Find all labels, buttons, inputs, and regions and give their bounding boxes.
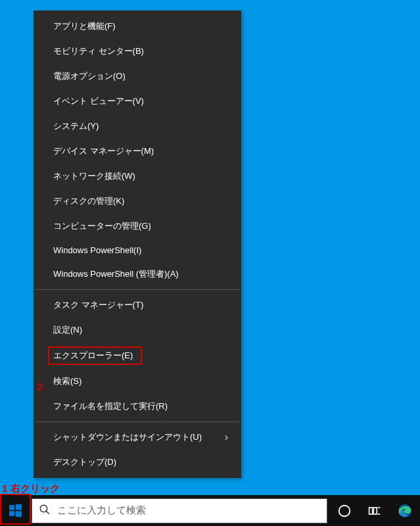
menu-item[interactable]: 電源オプション(O) xyxy=(34,64,241,89)
menu-item-label: デスクトップ(D) xyxy=(53,456,116,468)
menu-item-label: ネットワーク接続(W) xyxy=(53,170,135,182)
edge-button[interactable] xyxy=(390,495,420,526)
annotation-step-2: 2 xyxy=(37,381,43,392)
taskbar: ここに入力して検索 xyxy=(0,495,420,526)
svg-point-4 xyxy=(40,505,47,512)
menu-item[interactable]: ネットワーク接続(W) xyxy=(34,164,241,189)
menu-item[interactable]: シャットダウンまたはサインアウト(U)› xyxy=(34,425,241,450)
svg-rect-8 xyxy=(373,508,377,514)
chevron-right-icon: › xyxy=(225,431,228,443)
menu-separator xyxy=(34,289,241,290)
menu-item-label: 電源オプション(O) xyxy=(53,70,126,82)
menu-item-label: 設定(N) xyxy=(53,324,82,336)
circle-icon xyxy=(337,504,352,518)
menu-item[interactable]: デバイス マネージャー(M) xyxy=(34,139,241,164)
annotation-step-1: 1 右クリック xyxy=(2,483,60,495)
task-view-button[interactable] xyxy=(360,495,390,526)
menu-item-label: 検索(S) xyxy=(53,375,82,387)
task-view-icon xyxy=(368,504,381,517)
menu-item[interactable]: 設定(N) xyxy=(34,318,241,343)
menu-item[interactable]: デスクトップ(D) xyxy=(34,450,241,475)
menu-item-label: ファイル名を指定して実行(R) xyxy=(53,400,168,412)
menu-item-label: システム(Y) xyxy=(53,120,99,132)
menu-item[interactable]: 検索(S) xyxy=(34,369,241,394)
svg-rect-7 xyxy=(369,508,372,514)
menu-item-label: ディスクの管理(K) xyxy=(53,195,124,207)
search-placeholder: ここに入力して検索 xyxy=(57,504,146,517)
menu-item-label: モビリティ センター(B) xyxy=(53,45,144,57)
menu-item[interactable]: システム(Y) xyxy=(34,114,241,139)
menu-item[interactable]: イベント ビューアー(V) xyxy=(34,89,241,114)
cortana-button[interactable] xyxy=(329,495,359,526)
menu-item[interactable]: タスク マネージャー(T) xyxy=(34,293,241,318)
svg-point-6 xyxy=(338,505,350,516)
menu-item-label: Windows PowerShell (管理者)(A) xyxy=(53,268,179,280)
menu-item[interactable]: コンピューターの管理(G) xyxy=(34,214,241,239)
start-button-highlight xyxy=(0,494,31,525)
menu-item-explorer-wrap[interactable]: エクスプローラー(E) xyxy=(34,343,241,369)
taskbar-search[interactable]: ここに入力して検索 xyxy=(32,498,327,523)
menu-item[interactable]: アプリと機能(F) xyxy=(34,14,241,39)
menu-separator xyxy=(34,421,241,422)
menu-item-label: デバイス マネージャー(M) xyxy=(53,145,154,157)
menu-item-label: エクスプローラー(E) xyxy=(53,350,133,360)
menu-item[interactable]: ディスクの管理(K) xyxy=(34,189,241,214)
svg-line-5 xyxy=(46,511,49,514)
menu-item-label: イベント ビューアー(V) xyxy=(53,95,144,107)
menu-item-label: コンピューターの管理(G) xyxy=(53,220,151,232)
menu-item-label: アプリと機能(F) xyxy=(53,20,116,32)
menu-item-label: シャットダウンまたはサインアウト(U) xyxy=(53,431,202,443)
highlight-box: エクスプローラー(E) xyxy=(48,347,142,365)
menu-item-label: Windows PowerShell(I) xyxy=(53,245,141,255)
menu-item[interactable]: Windows PowerShell (管理者)(A) xyxy=(34,262,241,287)
menu-item-label: タスク マネージャー(T) xyxy=(53,299,143,311)
menu-item[interactable]: ファイル名を指定して実行(R) xyxy=(34,394,241,419)
search-icon xyxy=(39,504,51,518)
menu-item[interactable]: Windows PowerShell(I) xyxy=(34,239,241,262)
winx-context-menu: アプリと機能(F)モビリティ センター(B)電源オプション(O)イベント ビュー… xyxy=(34,11,241,478)
edge-icon xyxy=(397,503,413,519)
menu-item[interactable]: モビリティ センター(B) xyxy=(34,39,241,64)
